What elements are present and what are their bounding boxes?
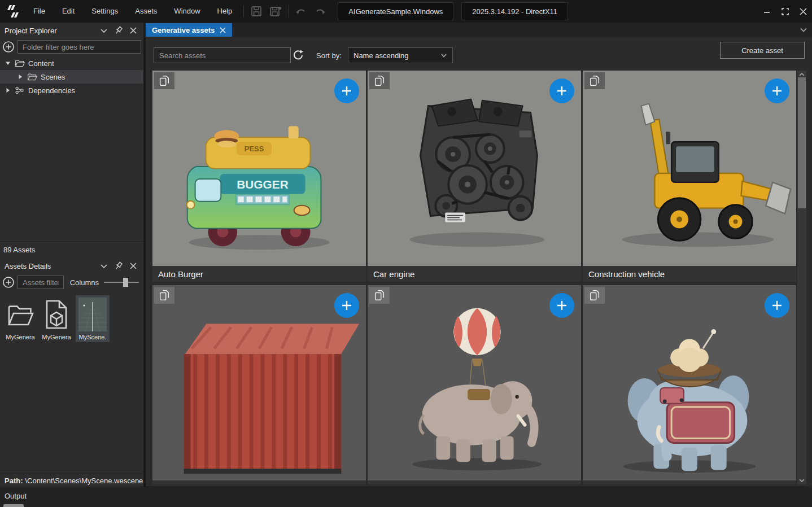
add-asset-button[interactable]	[334, 293, 359, 318]
asset-card-title	[152, 480, 366, 484]
copy-asset-button[interactable]	[584, 72, 605, 89]
pin-panel-icon[interactable]	[113, 25, 124, 36]
asset-document-cube-icon	[43, 299, 69, 330]
asset-tile-label: MyGenera	[42, 334, 71, 340]
create-asset-button[interactable]: Create asset	[720, 42, 805, 59]
folder-filter-input[interactable]	[18, 40, 141, 54]
add-asset-icon[interactable]	[2, 276, 15, 289]
asset-card-elephant-balloon[interactable]	[368, 285, 581, 484]
asset-preview-burger-truck: PESS BUGGER	[152, 71, 366, 266]
sort-value: Name ascending	[353, 51, 409, 60]
copy-asset-button[interactable]	[154, 287, 174, 304]
menu-help[interactable]: Help	[209, 0, 241, 23]
minimize-button[interactable]	[758, 0, 776, 23]
copy-icon	[158, 289, 171, 301]
sort-dropdown[interactable]: Name ascending	[348, 47, 453, 63]
generative-assets-page: Sort by: Name ascending Create asset	[146, 37, 812, 487]
close-window-button[interactable]	[794, 0, 812, 23]
output-tab-indicator	[3, 504, 24, 507]
refresh-icon[interactable]	[291, 49, 305, 62]
close-icon	[800, 8, 807, 15]
truck-banner-text: BUGGER	[237, 178, 289, 191]
collapsed-arrow-icon[interactable]	[5, 87, 11, 94]
close-tab-icon[interactable]	[220, 27, 226, 33]
asset-preview-decorated-elephant	[583, 285, 796, 480]
scrollbar-thumb[interactable]	[798, 77, 806, 208]
columns-slider[interactable]	[104, 278, 139, 287]
close-panel-icon[interactable]	[128, 25, 139, 36]
collapse-panel-icon[interactable]	[98, 25, 110, 36]
truck-sign-text: PESS	[245, 145, 264, 153]
tree-item-content[interactable]: Content	[0, 56, 143, 70]
dependencies-graph-icon	[15, 86, 25, 95]
collapse-panel-icon[interactable]	[98, 260, 110, 272]
copy-asset-button[interactable]	[369, 72, 390, 89]
asset-card-decorated-elephant[interactable]	[583, 285, 796, 484]
tab-generative-assets[interactable]: Generative assets	[146, 23, 232, 37]
scroll-down-icon[interactable]	[798, 477, 805, 484]
scene-thumbnail	[78, 298, 107, 331]
copy-asset-button[interactable]	[154, 72, 174, 89]
asset-tiles: MyGenera MyGenera	[0, 291, 143, 347]
folder-open-icon	[7, 302, 34, 327]
tree-item-dependencies[interactable]: Dependencies	[0, 84, 143, 97]
plus-icon	[771, 85, 783, 97]
asset-tile-generated-asset[interactable]: MyGenera	[40, 295, 73, 342]
asset-card-container[interactable]	[152, 285, 366, 484]
copy-icon	[373, 75, 386, 87]
menu-file[interactable]: File	[25, 0, 54, 23]
redo-icon[interactable]	[313, 5, 327, 18]
version-renderer-tab[interactable]: 2025.3.14.192 - DirectX11	[461, 2, 568, 20]
asset-card-construction-vehicle[interactable]: Construction vehicle	[583, 71, 796, 282]
plus-icon	[340, 85, 353, 97]
asset-card-car-engine[interactable]: Car engine	[368, 71, 581, 282]
asset-preview-shipping-container	[152, 285, 366, 480]
close-panel-icon[interactable]	[128, 260, 139, 272]
folder-open-icon	[27, 72, 37, 81]
menu-assets[interactable]: Assets	[126, 0, 165, 23]
asset-card-title: Auto Burger	[152, 266, 366, 282]
collapsed-arrow-icon[interactable]	[17, 73, 24, 80]
add-asset-button[interactable]	[334, 78, 359, 103]
assets-filter-input[interactable]	[18, 276, 64, 289]
search-assets-input[interactable]	[154, 47, 291, 63]
path-value: \Content\Scenes\MyScene.wescene	[25, 477, 143, 485]
add-asset-button[interactable]	[765, 78, 789, 103]
pin-panel-icon[interactable]	[113, 260, 124, 272]
output-tab[interactable]: Output	[5, 492, 27, 500]
save-all-icon[interactable]	[269, 5, 282, 18]
tree-item-label: Scenes	[41, 73, 65, 81]
titlebar: File Edit Settings Assets Window Help AI…	[0, 0, 812, 23]
add-asset-button[interactable]	[549, 293, 574, 318]
asset-card-title: Construction vehicle	[583, 266, 796, 282]
tree-item-scenes[interactable]: Scenes	[0, 70, 143, 84]
plus-icon	[556, 299, 568, 312]
project-name-tab[interactable]: AIGenerateSample.Windows	[338, 2, 453, 20]
asset-preview-elephant-balloon	[368, 285, 581, 480]
slider-thumb[interactable]	[123, 278, 128, 287]
asset-card-grid: PESS BUGGER	[152, 71, 796, 484]
slider-track	[104, 282, 139, 283]
vertical-scrollbar[interactable]	[797, 71, 806, 484]
tab-label: Generative assets	[152, 26, 215, 34]
toolbar-separator	[288, 5, 289, 18]
path-label: Path:	[5, 477, 23, 485]
asset-card-auto-burger[interactable]: PESS BUGGER	[152, 71, 366, 282]
tab-list-chevron-icon[interactable]	[800, 26, 807, 34]
asset-tile-scene[interactable]: MyScene.	[76, 295, 110, 342]
copy-asset-button[interactable]	[584, 287, 605, 304]
bottom-statusbar: Output	[0, 487, 812, 507]
asset-card-title	[368, 480, 581, 484]
asset-tile-folder[interactable]: MyGenera	[3, 295, 37, 342]
menu-window[interactable]: Window	[165, 0, 208, 23]
menu-edit[interactable]: Edit	[54, 0, 83, 23]
expanded-arrow-icon[interactable]	[5, 60, 11, 67]
copy-asset-button[interactable]	[369, 287, 390, 304]
menu-settings[interactable]: Settings	[83, 0, 126, 23]
add-asset-button[interactable]	[549, 78, 574, 103]
save-icon[interactable]	[250, 5, 263, 18]
undo-icon[interactable]	[294, 5, 308, 18]
add-folder-icon[interactable]	[2, 41, 15, 53]
add-asset-button[interactable]	[765, 293, 789, 318]
maximize-button[interactable]	[776, 0, 794, 23]
